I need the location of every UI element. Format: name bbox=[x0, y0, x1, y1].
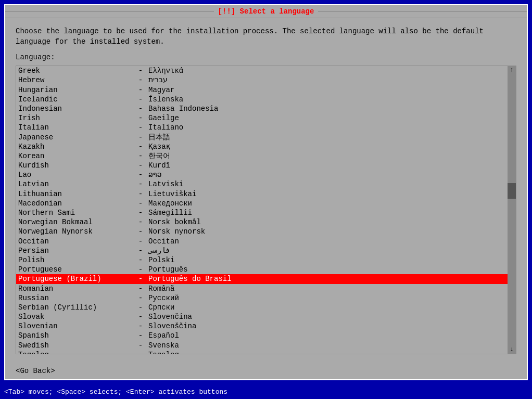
separator: - bbox=[133, 161, 148, 170]
list-item[interactable]: Slovenian - Slovenščina bbox=[16, 321, 508, 331]
language-name: Norwegian Bokmaal bbox=[18, 217, 133, 227]
list-item[interactable]: Spanish - Español bbox=[16, 331, 508, 340]
language-name: Occitan bbox=[18, 237, 133, 246]
native-name: Português do Brasil bbox=[148, 274, 232, 284]
language-name: Russian bbox=[18, 293, 133, 303]
scroll-thumb[interactable] bbox=[508, 183, 516, 199]
language-list: Greek - ΕλληνικάHebrew - עבריתHungarian … bbox=[16, 66, 508, 354]
list-item[interactable]: Northern Sami - Sámegillii bbox=[16, 208, 508, 217]
list-item[interactable]: Indonesian - Bahasa Indonesia bbox=[16, 104, 508, 113]
language-name: Korean bbox=[18, 151, 133, 161]
language-name: Hebrew bbox=[18, 75, 133, 85]
separator: - bbox=[133, 142, 148, 151]
native-name: Íslenska bbox=[148, 95, 183, 104]
list-item[interactable]: Korean - 한국어 bbox=[16, 151, 508, 161]
language-label: Language: bbox=[16, 53, 516, 61]
list-item[interactable]: Norwegian Nynorsk - Norsk nynorsk bbox=[16, 227, 508, 236]
list-item[interactable]: Latvian - Latviski bbox=[16, 179, 508, 189]
native-name: Español bbox=[148, 331, 179, 340]
native-name: Русский bbox=[148, 293, 179, 303]
list-item[interactable]: Irish - Gaeilge bbox=[16, 113, 508, 123]
separator: - bbox=[133, 284, 148, 293]
description: Choose the language to be used for the i… bbox=[16, 27, 516, 47]
language-name: Lao bbox=[18, 170, 133, 179]
language-name: Indonesian bbox=[18, 104, 133, 113]
language-name: Tagalog bbox=[18, 350, 133, 354]
content: Choose the language to be used for the i… bbox=[5, 18, 527, 363]
list-item[interactable]: Portuguese (Brazil) - Português do Brasi… bbox=[16, 274, 508, 284]
scroll-up-button[interactable]: ↑ bbox=[510, 66, 513, 74]
language-name: Kurdish bbox=[18, 161, 133, 170]
language-name: Japanese bbox=[18, 133, 133, 142]
native-name: Lietuviškai bbox=[148, 189, 196, 199]
list-item[interactable]: Lao - ລາວ bbox=[16, 170, 508, 179]
separator: - bbox=[133, 66, 148, 75]
status-text: <Tab> moves; <Space> selects; <Enter> ac… bbox=[4, 388, 227, 396]
list-item[interactable]: Kurdish - Kurdî bbox=[16, 161, 508, 170]
scroll-track[interactable] bbox=[508, 74, 516, 345]
list-container[interactable]: Greek - ΕλληνικάHebrew - עבריתHungarian … bbox=[16, 66, 516, 354]
language-name: Swedish bbox=[18, 341, 133, 350]
separator: - bbox=[133, 133, 148, 142]
go-back-button[interactable]: <Go Back> bbox=[16, 367, 55, 375]
scrollbar[interactable]: ↑ ↓ bbox=[508, 66, 516, 354]
separator: - bbox=[133, 113, 148, 123]
status-bar: <Tab> moves; <Space> selects; <Enter> ac… bbox=[0, 384, 532, 399]
separator: - bbox=[133, 189, 148, 199]
separator: - bbox=[133, 265, 148, 274]
native-name: Bahasa Indonesia bbox=[148, 104, 218, 113]
list-item[interactable]: Kazakh - Қазақ bbox=[16, 142, 508, 151]
list-item[interactable]: Hungarian - Magyar bbox=[16, 85, 508, 95]
list-item[interactable]: Lithuanian - Lietuviškai bbox=[16, 189, 508, 199]
native-name: Македонски bbox=[148, 199, 192, 208]
list-item[interactable]: Greek - Ελληνικά bbox=[16, 66, 508, 75]
list-item[interactable]: Slovak - Slovenčina bbox=[16, 312, 508, 321]
native-name: Қазақ bbox=[148, 142, 170, 151]
language-name: Greek bbox=[18, 66, 133, 75]
native-name: Svenska bbox=[148, 341, 179, 350]
separator: - bbox=[133, 331, 148, 340]
separator: - bbox=[133, 341, 148, 350]
language-name: Norwegian Nynorsk bbox=[18, 227, 133, 236]
list-item[interactable]: Russian - Русский bbox=[16, 293, 508, 303]
native-name: Română bbox=[148, 284, 174, 293]
go-back-area: <Go Back> bbox=[5, 363, 527, 379]
language-name: Spanish bbox=[18, 331, 133, 340]
language-name: Irish bbox=[18, 113, 133, 123]
list-item[interactable]: Tagalog - Tagalog bbox=[16, 350, 508, 354]
list-item[interactable]: Macedonian - Македонски bbox=[16, 199, 508, 208]
list-item[interactable]: Swedish - Svenska bbox=[16, 341, 508, 350]
separator: - bbox=[133, 85, 148, 95]
separator: - bbox=[133, 208, 148, 217]
native-name: Tagalog bbox=[148, 350, 179, 354]
native-name: فارسی bbox=[148, 246, 170, 255]
scroll-down-button[interactable]: ↓ bbox=[510, 345, 513, 354]
language-name: Icelandic bbox=[18, 95, 133, 104]
list-item[interactable]: Italian - Italiano bbox=[16, 123, 508, 132]
native-name: Sámegillii bbox=[148, 208, 192, 217]
language-name: Hungarian bbox=[18, 85, 133, 95]
list-item[interactable]: Hebrew - עברית bbox=[16, 75, 508, 85]
list-item[interactable]: Polish - Polski bbox=[16, 255, 508, 265]
language-name: Northern Sami bbox=[18, 208, 133, 217]
list-item[interactable]: Persian - فارسی bbox=[16, 246, 508, 255]
native-name: Slovenščina bbox=[148, 321, 196, 331]
list-item[interactable]: Occitan - Occitan bbox=[16, 237, 508, 246]
separator: - bbox=[133, 217, 148, 227]
main-window: [!!] Select a language Choose the langua… bbox=[4, 4, 528, 380]
list-item[interactable]: Japanese - 日本語 bbox=[16, 133, 508, 142]
language-name: Portuguese (Brazil) bbox=[18, 274, 133, 284]
language-name: Kazakh bbox=[18, 142, 133, 151]
list-item[interactable]: Romanian - Română bbox=[16, 284, 508, 293]
list-item[interactable]: Serbian (Cyrillic) - Српски bbox=[16, 303, 508, 312]
language-name: Slovak bbox=[18, 312, 133, 321]
list-item[interactable]: Icelandic - Íslenska bbox=[16, 95, 508, 104]
title-text: [!!] Select a language bbox=[214, 7, 319, 16]
native-name: Ελληνικά bbox=[148, 66, 183, 75]
native-name: Magyar bbox=[148, 85, 174, 95]
list-item[interactable]: Portuguese - Português bbox=[16, 265, 508, 274]
language-name: Polish bbox=[18, 255, 133, 265]
language-name: Slovenian bbox=[18, 321, 133, 331]
separator: - bbox=[133, 293, 148, 303]
list-item[interactable]: Norwegian Bokmaal - Norsk bokmål bbox=[16, 217, 508, 227]
